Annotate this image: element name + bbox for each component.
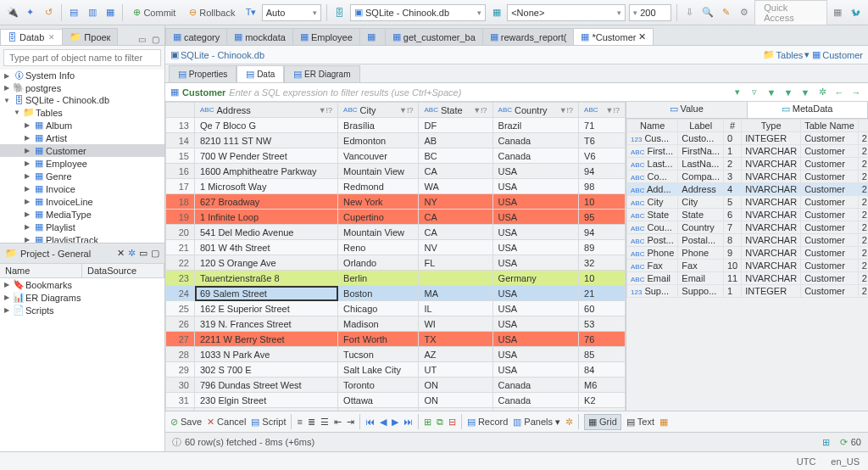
tab-value[interactable]: ▭ Value — [626, 102, 748, 118]
crumb-entity[interactable]: ▦Customer — [812, 49, 863, 60]
search-icon[interactable]: 🔍 — [700, 5, 715, 20]
filter-icon[interactable]: ▼!? — [559, 106, 573, 115]
tree-item[interactable]: ▶▦Playlist — [0, 221, 164, 233]
table-row[interactable]: 281033 N Park AveTucsonAZUSA85 — [166, 347, 626, 362]
project-item[interactable]: ▶📄Scripts — [0, 304, 164, 316]
quick-access-input[interactable]: Quick Access — [754, 0, 826, 25]
new-sql-icon[interactable]: ✦ — [23, 5, 37, 20]
next-page-icon[interactable]: ▶ — [392, 417, 398, 428]
table-row[interactable]: 21801 W 4th StreetRenoNVUSA89 — [166, 240, 626, 255]
close-icon[interactable]: ✕ — [117, 248, 125, 259]
table-row[interactable]: 26319 N. Frances StreetMadisonWIUSA53 — [166, 316, 626, 332]
crumb-db[interactable]: ▣SQLite - Chinook.db — [170, 49, 264, 60]
tree-item[interactable]: ▶▦Invoice — [0, 182, 164, 195]
tree-item[interactable]: ▼📁Tables — [0, 106, 164, 119]
meta-row[interactable]: ABC First...FirstNa...1NVARCHARCustomer2… — [627, 145, 869, 158]
project-item[interactable]: ▶🔖Bookmarks — [0, 278, 164, 291]
rollback-button[interactable]: ⊖Rollback — [184, 5, 240, 20]
table-row[interactable]: 29302 S 700 ESalt Lake CityUTUSA84 — [166, 362, 626, 378]
config-icon[interactable]: ▦ — [659, 417, 668, 428]
column-header[interactable]: ABC City▼!? — [338, 103, 419, 118]
editor-tab[interactable]: ▦get_customer_ba — [385, 28, 483, 45]
schema-combo[interactable]: <None>▾ — [507, 4, 626, 21]
meta-row[interactable]: ABC EmailEmail11NVARCHARCustomer2,147,48… — [627, 272, 869, 285]
commit-button[interactable]: ⊕Commit — [128, 5, 181, 20]
tab-databases[interactable]: 🗄Datab✕ — [0, 29, 63, 45]
panels-button[interactable]: ▥Panels▾ — [513, 417, 560, 428]
filter-icon[interactable]: ▼!? — [473, 106, 487, 115]
tree-item[interactable]: ▶🛈System Info — [0, 70, 164, 81]
tree-filter-input[interactable] — [3, 49, 161, 66]
table-row[interactable]: 25162 E Superior StreetChicagoILUSA60 — [166, 301, 626, 316]
align-center-icon[interactable]: ≣ — [308, 417, 315, 428]
filter-icon[interactable]: ▼!? — [319, 106, 332, 115]
align-right-icon[interactable]: ☰ — [320, 417, 329, 428]
table-row[interactable]: 18627 BroadwayNew YorkNYUSA10 — [166, 194, 626, 210]
close-icon[interactable]: ✕ — [638, 31, 646, 42]
editor-tab[interactable]: ▦ — [359, 28, 386, 45]
dedent-icon[interactable]: ⇤ — [334, 417, 342, 428]
meta-row[interactable]: ABC Cou...Country7NVARCHARCustomer2,147,… — [627, 221, 869, 234]
add-row-icon[interactable]: ⊞ — [424, 417, 431, 428]
column-header[interactable]: ABC State▼!? — [419, 103, 492, 118]
txn-mode-icon[interactable]: T▾ — [243, 5, 258, 20]
sub-tab-er-diagram[interactable]: ▤ ER Diagram — [284, 65, 359, 82]
editor-tab[interactable]: ▦*Customer✕ — [573, 28, 654, 45]
sql-editor-icon[interactable]: ▤ — [67, 5, 81, 20]
custom-filter-icon[interactable]: ▼ — [765, 86, 778, 99]
datasource-combo[interactable]: ▣ SQLite - Chinook.db▾ — [350, 4, 486, 21]
grid-view-button[interactable]: ▦Grid — [584, 414, 621, 430]
table-row[interactable]: 22120 S Orange AveOrlandoFLUSA32 — [166, 255, 626, 271]
record-button[interactable]: ▤Record — [467, 417, 508, 428]
tree-item[interactable]: ▼🗄SQLite - Chinook.db — [0, 94, 164, 106]
meta-row[interactable]: ABC Co...Compa...3NVARCHARCustomer2,147,… — [627, 171, 869, 183]
filter-icon[interactable]: ▼!? — [399, 106, 413, 115]
data-grid[interactable]: ABC Address▼!?ABC City▼!?ABC State▼!?ABC… — [165, 102, 626, 411]
script-button[interactable]: ▤Script — [251, 417, 286, 428]
filter-icon[interactable]: ▼!? — [606, 106, 620, 115]
table-row[interactable]: 272211 W Berry StreetFort WorthTXUSA76 — [166, 332, 626, 347]
tab-metadata[interactable]: ▭ MetaData — [748, 102, 869, 118]
column-header[interactable]: ABC Country▼!? — [492, 103, 579, 118]
table-row[interactable]: 2469 Salem StreetBostonMAUSA21 — [166, 286, 626, 301]
delete-row-icon[interactable]: ⊟ — [448, 417, 456, 428]
refresh-icon[interactable]: ✲ — [565, 417, 573, 428]
prev-page-icon[interactable]: ◀ — [380, 417, 387, 428]
first-page-icon[interactable]: ⏮ — [365, 417, 375, 427]
cancel-button[interactable]: ✕Cancel — [207, 417, 246, 428]
tree-item[interactable]: ▶▦MediaType — [0, 208, 164, 221]
table-row[interactable]: 15700 W Pender StreetVancouverBCCanadaV6 — [166, 148, 626, 164]
wand-icon[interactable]: ✎ — [719, 5, 733, 20]
table-row[interactable]: 161600 Amphitheatre ParkwayMountain View… — [166, 164, 626, 179]
perspective-icon[interactable]: ▦ — [831, 5, 845, 20]
meta-row[interactable]: 123 Cus...Custo...0INTEGERCustomer2,147,… — [627, 132, 869, 145]
apply-filter-icon[interactable]: ▾ — [731, 86, 744, 99]
minimize-icon[interactable]: ▭ — [136, 33, 147, 45]
session-icon[interactable]: ⊞ — [822, 437, 830, 448]
nav-fwd-icon[interactable]: → — [849, 86, 863, 99]
column-header[interactable]: ABC Address▼!? — [195, 103, 338, 118]
maximize-icon[interactable]: ▢ — [149, 33, 161, 45]
collapse-icon[interactable]: ▭ — [139, 248, 147, 259]
project-item[interactable]: ▶📊ER Diagrams — [0, 291, 164, 304]
editor-tab[interactable]: ▦mockdata — [226, 28, 293, 45]
meta-row[interactable]: ABC CityCity5NVARCHARCustomer2,147,483 — [627, 196, 869, 209]
indent-icon[interactable]: ⇥ — [347, 417, 354, 428]
sub-tab-data[interactable]: ▤ Data — [236, 65, 284, 82]
settings-icon[interactable]: ⚙ — [737, 5, 751, 20]
tree-item[interactable]: ▶▦InvoiceLine — [0, 195, 164, 208]
gear-icon[interactable]: ✲ — [128, 248, 136, 259]
meta-row[interactable]: ABC FaxFax10NVARCHARCustomer2,147,483 — [627, 260, 869, 272]
metadata-grid[interactable]: NameLabel#TypeTable NameMax l123 Cus...C… — [626, 119, 868, 411]
editor-tab[interactable]: ▦rewards_report( — [482, 28, 575, 45]
refresh-icon[interactable]: ⟳ — [840, 437, 848, 448]
meta-row[interactable]: ABC Add...Address4NVARCHARCustomer2,147,… — [627, 183, 869, 196]
table-row[interactable]: 23Tauentzienstraße 8BerlinGermany10 — [166, 271, 626, 286]
table-row[interactable]: 31230 Elgin StreetOttawaONCanadaK2 — [166, 393, 626, 408]
filter-1-icon[interactable]: ▼ — [782, 86, 795, 99]
table-row[interactable]: 13Qe 7 Bloco GBrasíliaDFBrazil71 — [166, 118, 626, 133]
table-row[interactable]: 30796 Dundas Street WestTorontoONCanadaM… — [166, 378, 626, 393]
commit-mode-combo[interactable]: Auto▾ — [262, 4, 321, 21]
export-icon[interactable]: ⇩ — [682, 5, 697, 20]
tree-item[interactable]: ▶▦Album — [0, 119, 164, 131]
